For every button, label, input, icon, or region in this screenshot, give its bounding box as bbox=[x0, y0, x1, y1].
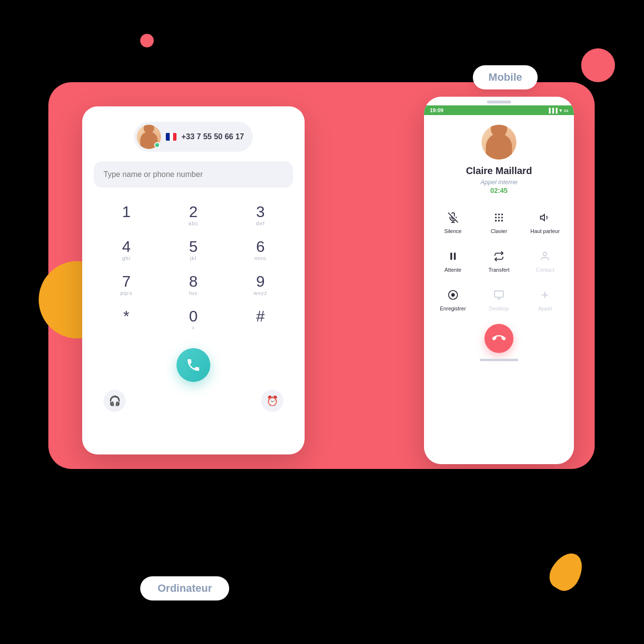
svg-point-10 bbox=[498, 220, 500, 222]
scene: Mobile Ordinateur +33 7 55 50 66 17 1 bbox=[0, 0, 644, 644]
dial-key-1[interactable]: 1 bbox=[94, 199, 159, 232]
ctrl-appel[interactable]: Appel bbox=[524, 281, 566, 316]
ctrl-enregistrer[interactable]: Enregistrer bbox=[432, 281, 474, 316]
ctrl-silence[interactable]: Silence bbox=[432, 204, 474, 239]
home-indicator bbox=[480, 359, 518, 361]
dial-key-9[interactable]: 9 wxyz bbox=[228, 269, 293, 302]
svg-point-5 bbox=[501, 214, 503, 216]
avatar bbox=[137, 125, 161, 149]
mobile-avatar-person bbox=[486, 133, 512, 160]
badge-ordinateur: Ordinateur bbox=[140, 576, 229, 600]
dial-key-3[interactable]: 3 def bbox=[228, 199, 293, 232]
transfer-icon bbox=[490, 248, 508, 265]
keypad-icon bbox=[490, 209, 508, 226]
mobile-avatar bbox=[482, 125, 516, 160]
dial-key-star[interactable]: * bbox=[94, 304, 159, 337]
contact-icon bbox=[536, 248, 554, 265]
dial-key-8[interactable]: 8 tuv bbox=[161, 269, 226, 302]
status-time: 19:09 bbox=[430, 107, 443, 113]
svg-point-15 bbox=[543, 252, 547, 256]
svg-rect-18 bbox=[495, 291, 503, 297]
ctrl-contact[interactable]: Contact bbox=[524, 243, 566, 278]
phone-top-bar bbox=[424, 97, 574, 105]
ctrl-clavier-label: Clavier bbox=[491, 228, 507, 234]
phone-number: +33 7 55 50 66 17 bbox=[181, 132, 244, 141]
ctrl-desktop[interactable]: Desktop bbox=[478, 281, 520, 316]
call-controls: Silence Clavier bbox=[432, 204, 566, 316]
dial-key-hash[interactable]: # bbox=[228, 304, 293, 337]
battery-icon: ▭ bbox=[564, 108, 568, 113]
ctrl-silence-label: Silence bbox=[444, 228, 462, 234]
ctrl-enregistrer-label: Enregistrer bbox=[440, 306, 466, 311]
svg-point-9 bbox=[495, 220, 497, 222]
call-type: Appel interne bbox=[481, 178, 518, 186]
speaker-icon bbox=[536, 209, 554, 226]
ctrl-hautparleur[interactable]: Haut parleur bbox=[524, 204, 566, 239]
end-call-button[interactable] bbox=[484, 324, 513, 353]
ctrl-contact-label: Contact bbox=[536, 267, 554, 273]
svg-marker-12 bbox=[541, 215, 544, 221]
svg-point-4 bbox=[498, 214, 500, 216]
ctrl-clavier[interactable]: Clavier bbox=[478, 204, 520, 239]
svg-point-11 bbox=[501, 220, 503, 222]
ctrl-attente-label: Attente bbox=[444, 267, 461, 273]
deco-circle-top bbox=[140, 34, 154, 47]
status-icons: ▐▐▐ ▾ ▭ bbox=[547, 108, 568, 113]
mobile-phone: 19:09 ▐▐▐ ▾ ▭ Claire Maillard Appel inte… bbox=[424, 97, 574, 464]
ctrl-attente[interactable]: Attente bbox=[432, 243, 474, 278]
svg-point-3 bbox=[495, 214, 497, 216]
dial-key-5[interactable]: 5 jkl bbox=[161, 234, 226, 267]
mic-off-icon bbox=[444, 209, 462, 226]
phone-icon bbox=[186, 357, 201, 373]
dial-key-6[interactable]: 6 mno bbox=[228, 234, 293, 267]
status-bar: 19:09 ▐▐▐ ▾ ▭ bbox=[424, 105, 574, 115]
svg-point-7 bbox=[498, 217, 500, 219]
call-screen: Claire Maillard Appel interne 02:45 bbox=[424, 115, 574, 464]
deco-circle-right bbox=[581, 48, 615, 82]
call-timer: 02:45 bbox=[490, 187, 508, 194]
deco-orange-drop bbox=[544, 547, 589, 595]
flag-france bbox=[166, 133, 176, 141]
end-call-icon bbox=[492, 332, 506, 345]
dialer-widget: +33 7 55 50 66 17 1 2 abc 3 def 4 ghi 5 … bbox=[82, 106, 305, 454]
ctrl-transfert[interactable]: Transfert bbox=[478, 243, 520, 278]
dial-key-0[interactable]: 0 + bbox=[161, 304, 226, 337]
dialpad: 1 2 abc 3 def 4 ghi 5 jkl 6 mno 7 pqrs 8… bbox=[94, 199, 293, 337]
call-button[interactable] bbox=[176, 348, 210, 382]
dialer-header: +33 7 55 50 66 17 bbox=[134, 122, 252, 152]
dial-key-7[interactable]: 7 pqrs bbox=[94, 269, 159, 302]
svg-rect-13 bbox=[450, 253, 452, 260]
svg-rect-14 bbox=[454, 253, 455, 260]
ctrl-desktop-label: Desktop bbox=[489, 306, 509, 311]
dial-key-2[interactable]: 2 abc bbox=[161, 199, 226, 232]
phone-speaker bbox=[487, 101, 511, 103]
caller-name: Claire Maillard bbox=[466, 165, 532, 176]
desktop-icon bbox=[490, 286, 508, 304]
svg-point-17 bbox=[452, 293, 454, 296]
ctrl-hautparleur-label: Haut parleur bbox=[530, 228, 560, 234]
search-input[interactable] bbox=[94, 161, 293, 188]
snooze-button[interactable]: ⏰ bbox=[261, 390, 283, 412]
wifi-icon: ▾ bbox=[559, 108, 562, 113]
badge-mobile: Mobile bbox=[473, 65, 538, 89]
pause-icon bbox=[444, 248, 462, 265]
dial-key-4[interactable]: 4 ghi bbox=[94, 234, 159, 267]
headset-button[interactable]: 🎧 bbox=[103, 390, 126, 412]
record-icon bbox=[444, 286, 462, 304]
avatar-online-dot bbox=[154, 142, 160, 148]
signal-icon: ▐▐▐ bbox=[547, 108, 557, 113]
ctrl-transfert-label: Transfert bbox=[488, 267, 510, 273]
dialer-bottom-bar: 🎧 ⏰ bbox=[94, 390, 293, 412]
svg-point-6 bbox=[495, 217, 497, 219]
svg-point-8 bbox=[501, 217, 503, 219]
ctrl-appel-label: Appel bbox=[538, 306, 552, 311]
add-call-icon bbox=[536, 286, 554, 304]
